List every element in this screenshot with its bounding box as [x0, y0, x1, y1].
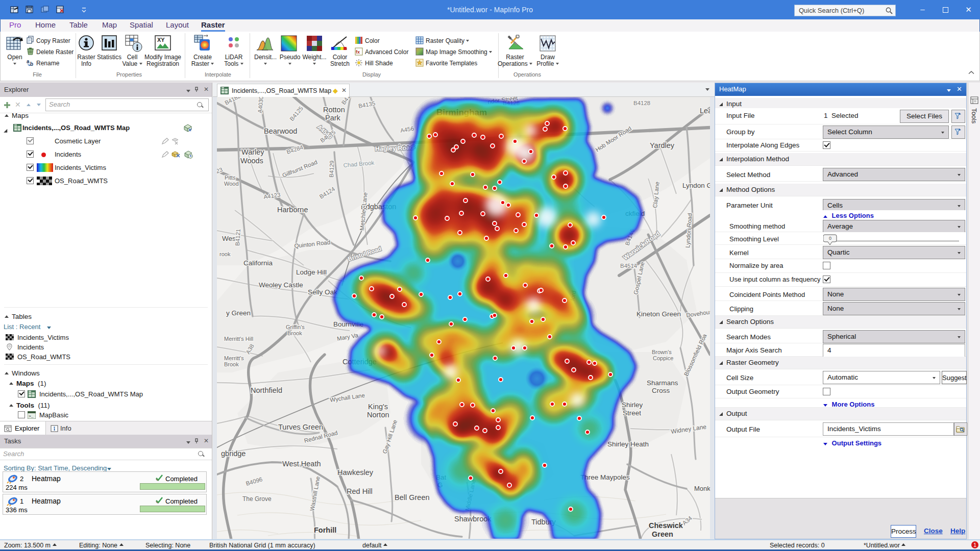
svg-text:fx: fx: [356, 49, 360, 55]
svg-text:gbridge: gbridge: [221, 449, 246, 458]
svg-text:Bearwood: Bearwood: [264, 127, 297, 135]
svg-text:Selly Oak: Selly Oak: [308, 288, 337, 296]
svg-text:Woods: Woods: [240, 157, 263, 165]
svg-text:Merritt's Hill: Merritt's Hill: [224, 336, 253, 342]
svg-text:California: California: [243, 259, 273, 267]
svg-text:Norton: Norton: [367, 411, 389, 419]
svg-text:Shirley Heath: Shirley Heath: [607, 440, 649, 448]
svg-text:Kineton Green: Kineton Green: [636, 310, 681, 318]
svg-text:Merritt's: Merritt's: [224, 355, 244, 361]
svg-text:Brook: Brook: [224, 361, 239, 367]
svg-text:Northfield: Northfield: [251, 386, 282, 394]
svg-text:XY: XY: [157, 37, 165, 43]
svg-text:Lodge Hill: Lodge Hill: [296, 268, 327, 276]
svg-text:y Green: y Green: [226, 309, 251, 317]
svg-text:Weoley Castle: Weoley Castle: [259, 281, 303, 289]
svg-text:Yardley: Yardley: [650, 141, 675, 149]
svg-text:Rotton: Rotton: [323, 106, 345, 114]
svg-text:Red Hill: Red Hill: [347, 487, 373, 495]
svg-text:Monks: Monks: [694, 485, 710, 492]
svg-text:King's: King's: [368, 403, 388, 411]
svg-text:Warley: Warley: [241, 148, 264, 156]
svg-text:rook: rook: [219, 251, 231, 257]
svg-text:Forhill: Forhill: [314, 526, 336, 534]
svg-text:Brown's: Brown's: [652, 349, 672, 355]
svg-text:Hawkesley: Hawkesley: [337, 468, 374, 477]
svg-text:Brook: Brook: [287, 330, 302, 336]
svg-text:Lea Ha: Lea Ha: [700, 107, 710, 115]
svg-text:Cheswick: Cheswick: [649, 521, 683, 530]
svg-text:Street: Street: [623, 409, 641, 417]
svg-text:West Heath: West Heath: [282, 460, 321, 468]
svg-text:Griffin's: Griffin's: [286, 324, 305, 330]
svg-text:>_: >_: [29, 414, 34, 418]
svg-text:Wood: Wood: [224, 181, 239, 187]
svg-text:Cross: Cross: [652, 387, 670, 394]
svg-text:0: 0: [829, 236, 831, 241]
svg-text:a: a: [27, 59, 30, 64]
svg-text:Shirley: Shirley: [622, 401, 643, 409]
svg-text:b: b: [30, 61, 33, 67]
svg-text:The Grove: The Grove: [242, 495, 272, 503]
svg-text:Harborne: Harborne: [277, 206, 308, 214]
svg-text:Bell Green: Bell Green: [395, 493, 430, 502]
svg-text:Pitts: Pitts: [225, 174, 236, 181]
svg-text:Turves Green: Turves Green: [278, 423, 323, 431]
svg-text:B4128: B4128: [633, 100, 650, 106]
svg-text:B4129: B4129: [328, 160, 335, 178]
svg-text:Three Maypoles: Three Maypoles: [580, 473, 630, 481]
svg-text:B4121: B4121: [234, 229, 241, 246]
svg-text:Sharmans: Sharmans: [647, 379, 678, 387]
svg-text:B4514: B4514: [620, 263, 638, 269]
svg-text:Lyndon Gre: Lyndon Gre: [682, 182, 710, 189]
svg-text:Coppice: Coppice: [653, 355, 673, 361]
svg-text:Park: Park: [325, 114, 341, 122]
svg-text:Green: Green: [652, 530, 673, 538]
